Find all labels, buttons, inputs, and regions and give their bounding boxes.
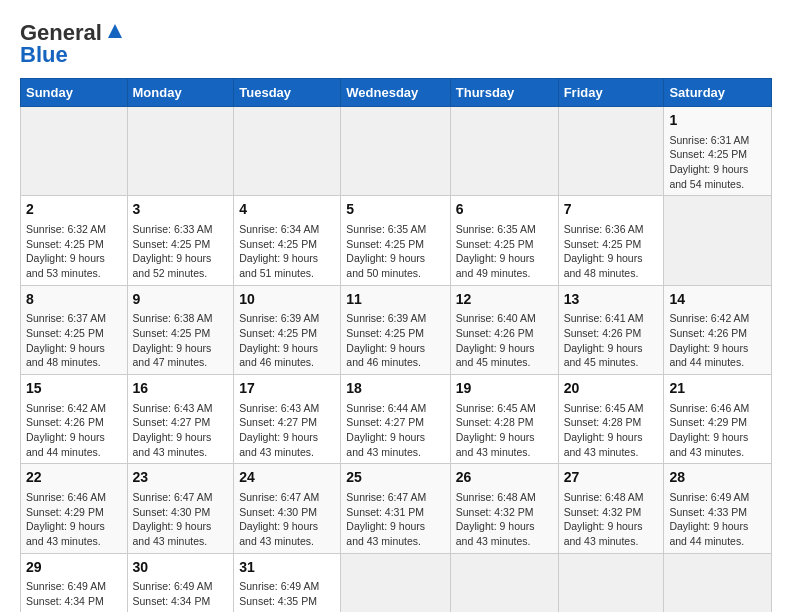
calendar-cell: 29Sunrise: 6:49 AMSunset: 4:34 PMDayligh… xyxy=(21,553,128,612)
calendar-cell: 16Sunrise: 6:43 AMSunset: 4:27 PMDayligh… xyxy=(127,375,234,464)
calendar-cell: 30Sunrise: 6:49 AMSunset: 4:34 PMDayligh… xyxy=(127,553,234,612)
calendar-cell: 24Sunrise: 6:47 AMSunset: 4:30 PMDayligh… xyxy=(234,464,341,553)
calendar-cell: 6Sunrise: 6:35 AMSunset: 4:25 PMDaylight… xyxy=(450,196,558,285)
calendar-cell: 12Sunrise: 6:40 AMSunset: 4:26 PMDayligh… xyxy=(450,285,558,374)
day-info: Sunrise: 6:36 AMSunset: 4:25 PMDaylight:… xyxy=(564,222,659,281)
day-number: 17 xyxy=(239,379,335,399)
day-number: 30 xyxy=(133,558,229,578)
calendar-cell: 22Sunrise: 6:46 AMSunset: 4:29 PMDayligh… xyxy=(21,464,128,553)
day-number: 8 xyxy=(26,290,122,310)
day-info: Sunrise: 6:47 AMSunset: 4:30 PMDaylight:… xyxy=(133,490,229,549)
day-number: 6 xyxy=(456,200,553,220)
day-info: Sunrise: 6:45 AMSunset: 4:28 PMDaylight:… xyxy=(564,401,659,460)
weekday-header-saturday: Saturday xyxy=(664,79,772,107)
weekday-header-friday: Friday xyxy=(558,79,664,107)
day-number: 25 xyxy=(346,468,444,488)
calendar-cell: 9Sunrise: 6:38 AMSunset: 4:25 PMDaylight… xyxy=(127,285,234,374)
day-info: Sunrise: 6:42 AMSunset: 4:26 PMDaylight:… xyxy=(669,311,766,370)
day-info: Sunrise: 6:39 AMSunset: 4:25 PMDaylight:… xyxy=(346,311,444,370)
day-info: Sunrise: 6:38 AMSunset: 4:25 PMDaylight:… xyxy=(133,311,229,370)
day-number: 22 xyxy=(26,468,122,488)
calendar-cell xyxy=(341,107,450,196)
day-info: Sunrise: 6:32 AMSunset: 4:25 PMDaylight:… xyxy=(26,222,122,281)
calendar-cell: 28Sunrise: 6:49 AMSunset: 4:33 PMDayligh… xyxy=(664,464,772,553)
day-number: 23 xyxy=(133,468,229,488)
day-number: 11 xyxy=(346,290,444,310)
calendar-cell: 27Sunrise: 6:48 AMSunset: 4:32 PMDayligh… xyxy=(558,464,664,553)
logo-blue: Blue xyxy=(20,42,68,68)
day-number: 10 xyxy=(239,290,335,310)
day-info: Sunrise: 6:34 AMSunset: 4:25 PMDaylight:… xyxy=(239,222,335,281)
calendar-week-row: 2Sunrise: 6:32 AMSunset: 4:25 PMDaylight… xyxy=(21,196,772,285)
calendar-week-row: 8Sunrise: 6:37 AMSunset: 4:25 PMDaylight… xyxy=(21,285,772,374)
calendar-cell: 31Sunrise: 6:49 AMSunset: 4:35 PMDayligh… xyxy=(234,553,341,612)
day-number: 1 xyxy=(669,111,766,131)
day-number: 31 xyxy=(239,558,335,578)
day-info: Sunrise: 6:37 AMSunset: 4:25 PMDaylight:… xyxy=(26,311,122,370)
day-number: 16 xyxy=(133,379,229,399)
day-info: Sunrise: 6:49 AMSunset: 4:34 PMDaylight:… xyxy=(26,579,122,612)
svg-marker-0 xyxy=(108,24,122,38)
day-info: Sunrise: 6:45 AMSunset: 4:28 PMDaylight:… xyxy=(456,401,553,460)
day-number: 4 xyxy=(239,200,335,220)
calendar-week-row: 15Sunrise: 6:42 AMSunset: 4:26 PMDayligh… xyxy=(21,375,772,464)
day-info: Sunrise: 6:43 AMSunset: 4:27 PMDaylight:… xyxy=(239,401,335,460)
day-number: 7 xyxy=(564,200,659,220)
calendar-cell: 5Sunrise: 6:35 AMSunset: 4:25 PMDaylight… xyxy=(341,196,450,285)
day-info: Sunrise: 6:43 AMSunset: 4:27 PMDaylight:… xyxy=(133,401,229,460)
calendar-cell xyxy=(664,196,772,285)
calendar-cell: 8Sunrise: 6:37 AMSunset: 4:25 PMDaylight… xyxy=(21,285,128,374)
day-number: 12 xyxy=(456,290,553,310)
calendar-table: SundayMondayTuesdayWednesdayThursdayFrid… xyxy=(20,78,772,612)
day-number: 26 xyxy=(456,468,553,488)
calendar-cell: 11Sunrise: 6:39 AMSunset: 4:25 PMDayligh… xyxy=(341,285,450,374)
calendar-cell xyxy=(558,107,664,196)
weekday-header-monday: Monday xyxy=(127,79,234,107)
day-info: Sunrise: 6:40 AMSunset: 4:26 PMDaylight:… xyxy=(456,311,553,370)
day-number: 19 xyxy=(456,379,553,399)
day-number: 27 xyxy=(564,468,659,488)
day-number: 2 xyxy=(26,200,122,220)
day-info: Sunrise: 6:48 AMSunset: 4:32 PMDaylight:… xyxy=(564,490,659,549)
calendar-cell xyxy=(127,107,234,196)
day-info: Sunrise: 6:49 AMSunset: 4:34 PMDaylight:… xyxy=(133,579,229,612)
calendar-cell xyxy=(21,107,128,196)
weekday-header-tuesday: Tuesday xyxy=(234,79,341,107)
day-info: Sunrise: 6:46 AMSunset: 4:29 PMDaylight:… xyxy=(669,401,766,460)
calendar-cell: 19Sunrise: 6:45 AMSunset: 4:28 PMDayligh… xyxy=(450,375,558,464)
calendar-week-row: 29Sunrise: 6:49 AMSunset: 4:34 PMDayligh… xyxy=(21,553,772,612)
day-info: Sunrise: 6:47 AMSunset: 4:31 PMDaylight:… xyxy=(346,490,444,549)
calendar-week-row: 22Sunrise: 6:46 AMSunset: 4:29 PMDayligh… xyxy=(21,464,772,553)
day-info: Sunrise: 6:46 AMSunset: 4:29 PMDaylight:… xyxy=(26,490,122,549)
calendar-cell xyxy=(341,553,450,612)
day-info: Sunrise: 6:42 AMSunset: 4:26 PMDaylight:… xyxy=(26,401,122,460)
calendar-header-row: SundayMondayTuesdayWednesdayThursdayFrid… xyxy=(21,79,772,107)
calendar-cell: 14Sunrise: 6:42 AMSunset: 4:26 PMDayligh… xyxy=(664,285,772,374)
day-number: 28 xyxy=(669,468,766,488)
weekday-header-sunday: Sunday xyxy=(21,79,128,107)
weekday-header-wednesday: Wednesday xyxy=(341,79,450,107)
day-info: Sunrise: 6:35 AMSunset: 4:25 PMDaylight:… xyxy=(346,222,444,281)
calendar-cell xyxy=(558,553,664,612)
calendar-cell xyxy=(234,107,341,196)
calendar-cell: 15Sunrise: 6:42 AMSunset: 4:26 PMDayligh… xyxy=(21,375,128,464)
calendar-cell: 3Sunrise: 6:33 AMSunset: 4:25 PMDaylight… xyxy=(127,196,234,285)
calendar-cell: 2Sunrise: 6:32 AMSunset: 4:25 PMDaylight… xyxy=(21,196,128,285)
calendar-cell: 4Sunrise: 6:34 AMSunset: 4:25 PMDaylight… xyxy=(234,196,341,285)
day-info: Sunrise: 6:47 AMSunset: 4:30 PMDaylight:… xyxy=(239,490,335,549)
day-info: Sunrise: 6:39 AMSunset: 4:25 PMDaylight:… xyxy=(239,311,335,370)
logo: General Blue xyxy=(20,20,126,68)
day-info: Sunrise: 6:41 AMSunset: 4:26 PMDaylight:… xyxy=(564,311,659,370)
calendar-cell: 17Sunrise: 6:43 AMSunset: 4:27 PMDayligh… xyxy=(234,375,341,464)
calendar-cell: 13Sunrise: 6:41 AMSunset: 4:26 PMDayligh… xyxy=(558,285,664,374)
calendar-cell: 18Sunrise: 6:44 AMSunset: 4:27 PMDayligh… xyxy=(341,375,450,464)
day-info: Sunrise: 6:31 AMSunset: 4:25 PMDaylight:… xyxy=(669,133,766,192)
logo-triangle-icon xyxy=(104,20,126,42)
calendar-cell: 26Sunrise: 6:48 AMSunset: 4:32 PMDayligh… xyxy=(450,464,558,553)
day-info: Sunrise: 6:49 AMSunset: 4:35 PMDaylight:… xyxy=(239,579,335,612)
day-number: 20 xyxy=(564,379,659,399)
calendar-cell: 25Sunrise: 6:47 AMSunset: 4:31 PMDayligh… xyxy=(341,464,450,553)
calendar-cell: 1Sunrise: 6:31 AMSunset: 4:25 PMDaylight… xyxy=(664,107,772,196)
calendar-body: 1Sunrise: 6:31 AMSunset: 4:25 PMDaylight… xyxy=(21,107,772,613)
day-number: 14 xyxy=(669,290,766,310)
